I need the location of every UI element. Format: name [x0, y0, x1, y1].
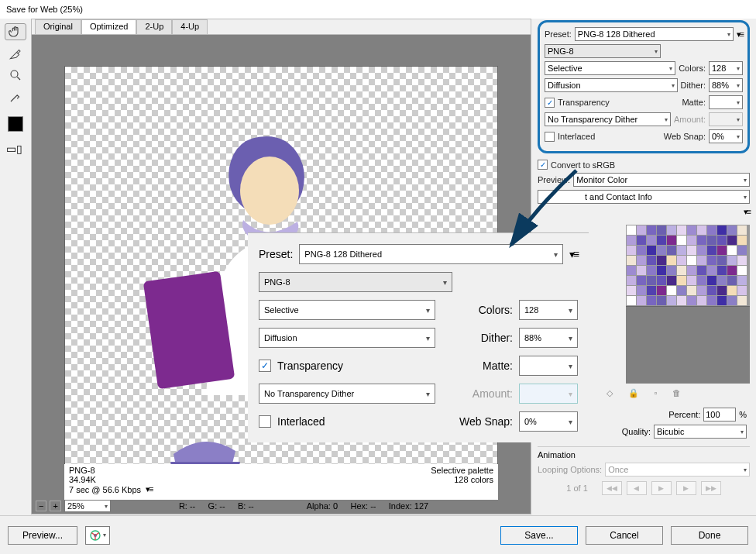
reduction-select[interactable]: Selective▾: [545, 61, 675, 75]
eyedropper-palette-icon[interactable]: ◇: [607, 388, 613, 398]
hand-tool-icon[interactable]: [5, 23, 26, 40]
tab-4up[interactable]: 4-Up: [172, 19, 208, 34]
preview-label: Preview:: [538, 175, 570, 184]
m-websnap-label: Web Snap:: [459, 415, 513, 428]
info-bar: − + 25%▾ R: -- G: -- B: -- Alpha: 0 Hex:…: [31, 498, 531, 514]
dither-label: Dither:: [681, 81, 706, 90]
colors-label: Colors:: [679, 64, 706, 73]
delete-icon[interactable]: 🗑: [672, 388, 681, 398]
convert-srgb-label: Convert to sRGB: [551, 160, 615, 170]
tool-strip: ▭▯: [0, 19, 31, 514]
dither-select[interactable]: 88%▾: [709, 78, 743, 92]
preset-menu-icon[interactable]: ▾≡: [737, 29, 743, 40]
last-frame-button: ▶▶: [701, 481, 721, 495]
m-amount-label: Amount:: [472, 387, 513, 400]
color-table-menu-icon[interactable]: ▾≡: [744, 207, 750, 217]
svg-rect-2: [143, 271, 235, 390]
matte-select[interactable]: ▾: [709, 95, 743, 109]
image-stats: PNG-8 Selective palette 34.94K 128 color…: [64, 464, 498, 500]
info-minus-icon[interactable]: −: [36, 501, 46, 511]
tab-optimized[interactable]: Optimized: [81, 19, 137, 34]
interlaced-label: Interlaced: [558, 132, 595, 141]
m-colors-select[interactable]: 128▾: [519, 300, 578, 320]
transparency-label: Transparency: [558, 98, 610, 107]
m-matte-select[interactable]: ▾: [519, 356, 578, 376]
transparency-checkbox[interactable]: ✓: [545, 98, 555, 108]
m-interlaced-checkbox[interactable]: [259, 415, 271, 428]
m-dither-label: Dither:: [481, 332, 513, 344]
m-matte-label: Matte:: [483, 360, 513, 372]
preset-label: Preset:: [545, 29, 572, 39]
m-amount-select: ▾: [519, 384, 578, 404]
slice-visibility-icon[interactable]: ▭▯: [6, 143, 25, 150]
info-plus-icon[interactable]: +: [50, 501, 60, 511]
tab-original[interactable]: Original: [35, 19, 81, 34]
m-websnap-select[interactable]: 0%▾: [519, 411, 578, 432]
color-swatch-tool[interactable]: [8, 116, 23, 132]
looping-label: Looping Options:: [538, 465, 602, 474]
window-title: Save for Web (25%): [6, 5, 83, 14]
browser-preview-select[interactable]: ▾: [85, 526, 110, 545]
stat-size: 34.94K: [69, 475, 96, 484]
info-index: Index: 127: [389, 501, 428, 511]
info-g: G: --: [208, 501, 225, 511]
m-preset-label: Preset:: [259, 248, 293, 260]
preset-select[interactable]: PNG-8 128 Dithered▾: [575, 27, 734, 41]
websnap-select[interactable]: 0%▾: [709, 129, 743, 143]
quality-label: Quality:: [622, 427, 651, 436]
new-color-icon[interactable]: ▫: [655, 388, 658, 398]
m-dither-method-select[interactable]: Diffusion▾: [259, 328, 435, 348]
svg-point-0: [11, 71, 18, 77]
m-filetype-select[interactable]: PNG-8▾: [259, 272, 452, 292]
next-frame-button: ▶: [676, 481, 696, 495]
color-table-empty: [626, 306, 750, 384]
filetype-select[interactable]: PNG-8▾: [545, 44, 661, 58]
colors-select[interactable]: 128▾: [709, 61, 743, 75]
lock-icon[interactable]: 🔒: [628, 388, 639, 398]
first-frame-button: ◀◀: [602, 481, 622, 495]
m-dither-select[interactable]: 88%▾: [519, 328, 578, 348]
settings-highlight: Preset: PNG-8 128 Dithered▾ ▾≡ PNG-8▾ Se…: [538, 20, 750, 153]
prev-frame-button: ◀: [627, 481, 647, 495]
quality-select[interactable]: Bicubic▾: [654, 425, 747, 439]
m-interlaced-label: Interlaced: [277, 415, 325, 428]
percent-unit: %: [739, 410, 747, 419]
interlaced-checkbox[interactable]: [545, 132, 555, 142]
tab-2up[interactable]: 2-Up: [136, 19, 172, 34]
percent-input[interactable]: [703, 408, 736, 422]
preview-select[interactable]: Monitor Color▾: [573, 173, 750, 187]
info-b: B: --: [238, 501, 254, 511]
looping-select: Once▾: [605, 463, 750, 477]
metadata-select[interactable]: t and Contact Info▾: [538, 190, 750, 204]
m-trans-dither-select[interactable]: No Transparency Dither▾: [259, 384, 435, 404]
color-table[interactable]: [626, 225, 750, 306]
amount-select: ▾: [709, 112, 743, 126]
m-preset-menu-icon[interactable]: ▾≡: [569, 248, 578, 260]
info-r: R: --: [179, 501, 195, 511]
m-reduction-select[interactable]: Selective▾: [259, 300, 435, 320]
cancel-button[interactable]: Cancel: [586, 526, 663, 545]
trans-dither-select[interactable]: No Transparency Dither▾: [545, 112, 671, 126]
playback-controls: 1 of 1 ◀◀ ◀ ▶ ▶ ▶▶: [538, 481, 750, 495]
stat-format: PNG-8: [69, 466, 95, 475]
zoom-tool-icon[interactable]: [5, 67, 26, 84]
title-bar: Save for Web (25%): [0, 0, 756, 19]
stats-menu-icon[interactable]: ▾≡: [146, 484, 152, 494]
slice-tool-icon[interactable]: [5, 45, 26, 62]
magnified-inset: Preset: PNG-8 128 Dithered▾ ▾≡ PNG-8▾ Se…: [248, 232, 589, 442]
convert-srgb-checkbox[interactable]: ✓: [538, 160, 548, 170]
done-button[interactable]: Done: [671, 526, 748, 545]
play-button: ▶: [651, 481, 672, 495]
animation-section: Animation Looping Options: Once▾ 1 of 1 …: [538, 446, 750, 495]
matte-label: Matte:: [682, 98, 706, 107]
websnap-label: Web Snap:: [664, 132, 706, 141]
eyedropper-tool-icon[interactable]: [5, 88, 26, 105]
frame-indicator: 1 of 1: [566, 483, 588, 493]
save-button[interactable]: Save...: [500, 526, 578, 545]
info-alpha: Alpha: 0: [307, 501, 338, 511]
zoom-select[interactable]: 25%▾: [64, 500, 111, 512]
m-preset-select[interactable]: PNG-8 128 Dithered▾: [299, 244, 562, 264]
m-transparency-checkbox[interactable]: ✓: [259, 360, 271, 372]
dither-method-select[interactable]: Diffusion▾: [545, 78, 678, 92]
preview-button[interactable]: Preview...: [8, 526, 77, 545]
